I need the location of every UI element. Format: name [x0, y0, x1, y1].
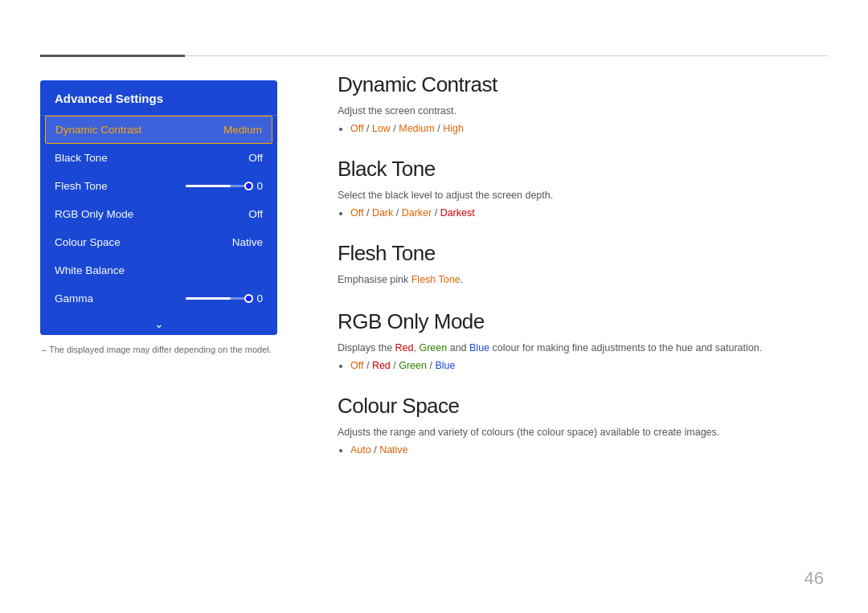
opt-dark: Dark: [372, 207, 393, 219]
rgb-red-text: Red: [395, 342, 414, 353]
menu-item-white-balance[interactable]: White Balance: [40, 256, 277, 284]
section-desc-dynamic-contrast: Adjust the screen contrast.: [338, 104, 828, 119]
menu-item-flesh-tone[interactable]: Flesh Tone 0: [40, 172, 277, 200]
section-options-colour-space: Auto / Native: [338, 444, 828, 456]
left-panel: Advanced Settings Dynamic Contrast Mediu…: [40, 80, 277, 354]
section-colour-space: Colour Space Adjusts the range and varie…: [338, 394, 828, 456]
flesh-tone-slider-thumb: [244, 182, 253, 190]
opt-green: Green: [399, 360, 427, 371]
gamma-slider-track[interactable]: [186, 297, 250, 300]
section-title-colour-space: Colour Space: [338, 394, 828, 419]
opt-native: Native: [379, 444, 407, 456]
right-content: Dynamic Contrast Adjust the screen contr…: [338, 72, 828, 478]
menu-label-flesh-tone: Flesh Tone: [55, 180, 108, 192]
option-item: Auto / Native: [350, 444, 828, 456]
page-number: 46: [805, 568, 824, 589]
opt-darkest: Darkest: [440, 207, 475, 219]
section-desc-flesh-tone: Emphasise pink Flesh Tone.: [338, 272, 828, 288]
rgb-blue-text: Blue: [469, 342, 489, 353]
opt-low: Low: [372, 123, 391, 134]
gamma-slider-fill: [186, 297, 231, 300]
menu-label-dynamic-contrast: Dynamic Contrast: [55, 124, 141, 136]
section-options-black-tone: Off / Dark / Darker / Darkest: [338, 207, 828, 219]
section-title-flesh-tone: Flesh Tone: [338, 241, 828, 266]
section-options-dynamic-contrast: Off / Low / Medium / High: [338, 123, 828, 134]
settings-panel: Advanced Settings Dynamic Contrast Mediu…: [40, 80, 277, 335]
opt-red: Red: [372, 360, 391, 371]
menu-item-dynamic-contrast[interactable]: Dynamic Contrast Medium: [45, 116, 272, 144]
gamma-slider-container: 0: [186, 292, 263, 304]
option-item: Off / Red / Green / Blue: [350, 360, 828, 371]
menu-value-dynamic-contrast: Medium: [223, 124, 262, 136]
menu-label-white-balance: White Balance: [55, 264, 125, 276]
section-rgb-only-mode: RGB Only Mode Displays the Red, Green an…: [338, 309, 828, 371]
rgb-green-text: Green: [419, 342, 447, 353]
opt-off: Off: [350, 207, 363, 219]
menu-value-black-tone: Off: [248, 152, 263, 164]
menu-item-gamma[interactable]: Gamma 0: [40, 284, 277, 313]
gamma-slider-thumb: [244, 294, 253, 303]
section-flesh-tone: Flesh Tone Emphasise pink Flesh Tone.: [338, 241, 828, 288]
flesh-tone-value: 0: [256, 180, 263, 192]
menu-item-colour-space[interactable]: Colour Space Native: [40, 228, 277, 256]
flesh-tone-slider-container: 0: [186, 180, 263, 192]
section-desc-colour-space: Adjusts the range and variety of colours…: [338, 425, 828, 440]
opt-blue: Blue: [435, 360, 455, 371]
section-dynamic-contrast: Dynamic Contrast Adjust the screen contr…: [338, 72, 828, 134]
panel-footnote: – The displayed image may differ dependi…: [40, 345, 277, 354]
option-item: Off / Dark / Darker / Darkest: [350, 207, 828, 219]
section-black-tone: Black Tone Select the black level to adj…: [338, 157, 828, 219]
section-desc-rgb-only-mode: Displays the Red, Green and Blue colour …: [338, 341, 828, 356]
section-title-rgb-only-mode: RGB Only Mode: [338, 309, 828, 334]
menu-item-black-tone[interactable]: Black Tone Off: [40, 144, 277, 172]
top-divider: [40, 55, 828, 56]
chevron-down-icon[interactable]: ⌄: [40, 313, 277, 335]
menu-item-rgb-only-mode[interactable]: RGB Only Mode Off: [40, 200, 277, 228]
menu-label-colour-space: Colour Space: [55, 236, 121, 248]
section-title-black-tone: Black Tone: [338, 157, 828, 182]
flesh-tone-slider-track[interactable]: [186, 185, 250, 187]
opt-high: High: [443, 123, 464, 134]
menu-label-gamma: Gamma: [55, 292, 93, 304]
opt-auto: Auto: [350, 444, 371, 456]
opt-off: Off: [350, 360, 363, 371]
section-options-rgb: Off / Red / Green / Blue: [338, 360, 828, 371]
menu-value-colour-space: Native: [232, 236, 263, 248]
panel-title: Advanced Settings: [40, 80, 277, 116]
menu-label-rgb-only-mode: RGB Only Mode: [55, 208, 133, 220]
flesh-tone-slider-fill: [186, 185, 231, 187]
option-item: Off / Low / Medium / High: [350, 123, 828, 134]
gamma-value: 0: [256, 292, 263, 304]
flesh-tone-highlight: Flesh Tone: [411, 274, 461, 285]
section-desc-black-tone: Select the black level to adjust the scr…: [338, 188, 828, 203]
section-title-dynamic-contrast: Dynamic Contrast: [338, 72, 828, 97]
opt-darker: Darker: [402, 207, 432, 219]
opt-medium: Medium: [399, 123, 434, 134]
menu-label-black-tone: Black Tone: [55, 152, 108, 164]
menu-value-rgb-only-mode: Off: [248, 208, 263, 220]
opt-off: Off: [350, 123, 363, 134]
